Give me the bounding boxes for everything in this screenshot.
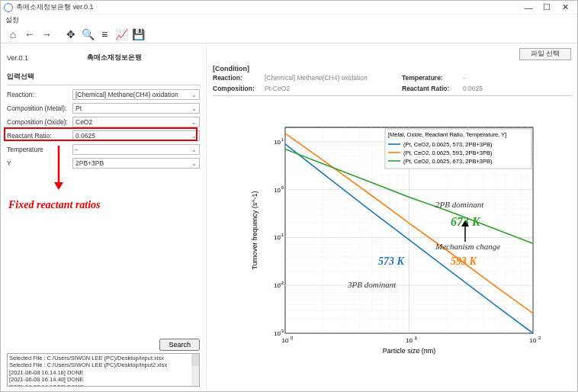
cond-reaction-key: Reaction: bbox=[213, 74, 265, 82]
log-output: Selected File : C:/Users/SIWON LEE (PC)/… bbox=[7, 353, 200, 387]
svg-text:(Pt, CeO2, 0.0625, 673, 2PB+3P: (Pt, CeO2, 0.0625, 673, 2PB+3PB) bbox=[403, 158, 493, 165]
chevron-down-icon: ⌄ bbox=[191, 119, 197, 126]
svg-text:1: 1 bbox=[281, 137, 284, 141]
cond-ratio-key: Reactant Ratio: bbox=[402, 85, 463, 92]
left-panel: Ver.0.1 촉매소재정보은행 입력선택 Reaction: [Chemica… bbox=[1, 43, 207, 391]
comp-oxide-label: Composition (Oxide): bbox=[7, 118, 72, 126]
reaction-select[interactable]: [Chemical] Methane(CH4) oxidation⌄ bbox=[72, 89, 200, 100]
svg-text:[Metal, Oxide, Reactant Ratio,: [Metal, Oxide, Reactant Ratio, Temperatu… bbox=[388, 131, 506, 138]
svg-text:Turnover frequency (s^-1): Turnover frequency (s^-1) bbox=[251, 191, 258, 269]
back-icon[interactable]: ← bbox=[24, 28, 36, 40]
chevron-down-icon: ⌄ bbox=[191, 160, 197, 167]
chart-icon[interactable]: 📈 bbox=[115, 28, 127, 40]
svg-text:-3: -3 bbox=[280, 329, 284, 333]
forward-icon[interactable]: → bbox=[40, 28, 53, 40]
right-panel: 파일 선택 [Condition] Reaction: [Chemical] M… bbox=[207, 43, 577, 391]
svg-text:10: 10 bbox=[406, 337, 413, 344]
version-label: Ver.0.1 bbox=[7, 54, 28, 62]
adjust-icon[interactable]: ≡ bbox=[98, 28, 111, 40]
condition-title: [Condition] bbox=[213, 65, 571, 72]
svg-marker-1 bbox=[54, 182, 63, 190]
cond-comp-key: Composition: bbox=[213, 85, 265, 92]
svg-text:Particle size (nm): Particle size (nm) bbox=[383, 347, 436, 355]
annot-3pb: 3PB dominant bbox=[348, 280, 396, 289]
file-select-button[interactable]: 파일 선택 bbox=[519, 48, 571, 60]
svg-text:0: 0 bbox=[291, 336, 294, 340]
svg-text:1: 1 bbox=[415, 336, 418, 340]
annot-573k: 573 K bbox=[378, 255, 404, 268]
reactant-ratio-select[interactable]: 0.0625⌄ bbox=[72, 130, 200, 141]
comp-oxide-select[interactable]: CeO2⌄ bbox=[72, 117, 200, 127]
svg-text:(Pt, CeO2, 0.0625, 593, 2PB+3P: (Pt, CeO2, 0.0625, 593, 2PB+3PB) bbox=[403, 149, 493, 156]
maximize-button[interactable]: ☐ bbox=[538, 2, 556, 12]
scrollbar[interactable] bbox=[191, 354, 199, 386]
app-icon bbox=[4, 3, 13, 12]
save-icon[interactable]: 💾 bbox=[132, 28, 144, 40]
log-line: [2021-06-08 16.17.58] DONE bbox=[9, 384, 197, 387]
svg-text:10: 10 bbox=[274, 138, 281, 145]
svg-text:10: 10 bbox=[274, 186, 281, 193]
reactant-ratio-label: Reactant Ratio: bbox=[7, 132, 72, 140]
chevron-down-icon: ⌄ bbox=[191, 105, 197, 112]
log-line: Selected File : C:/Users/SIWON LEE (PC)/… bbox=[9, 355, 197, 361]
svg-text:-1: -1 bbox=[280, 233, 284, 237]
chevron-down-icon: ⌄ bbox=[191, 133, 197, 140]
svg-text:10: 10 bbox=[282, 337, 289, 344]
log-line: Selected File : C:/Users/SIWON LEE (PC)/… bbox=[9, 361, 197, 368]
arrow-down-icon bbox=[51, 146, 66, 191]
annot-593k: 593 K bbox=[451, 255, 477, 268]
search-button[interactable]: Search bbox=[159, 339, 200, 351]
input-section-label: 입력선택 bbox=[7, 70, 200, 85]
svg-text:0: 0 bbox=[281, 185, 284, 189]
cond-temp-val: - bbox=[463, 74, 465, 82]
comp-metal-label: Composition (Metal): bbox=[7, 104, 72, 112]
svg-marker-86 bbox=[461, 220, 469, 227]
menu-settings[interactable]: 설정 bbox=[1, 14, 577, 26]
chevron-down-icon: ⌄ bbox=[191, 92, 197, 98]
annotation-fixed-ratio: Fixed reactant ratios bbox=[8, 199, 101, 211]
svg-text:-2: -2 bbox=[280, 281, 284, 285]
y-select[interactable]: 2PB+3PB⌄ bbox=[72, 158, 200, 169]
cond-ratio-val: 0.0625 bbox=[463, 85, 483, 92]
home-icon[interactable]: ⌂ bbox=[7, 28, 19, 40]
svg-text:(Pt, CeO2, 0.0625, 573, 2PB+3P: (Pt, CeO2, 0.0625, 573, 2PB+3PB) bbox=[403, 141, 493, 148]
log-line: [2021-06-08 16.14.16] DONE bbox=[9, 369, 197, 376]
chevron-down-icon: ⌄ bbox=[191, 146, 197, 153]
reaction-label: Reaction: bbox=[7, 91, 72, 98]
annot-2pb: 2PB dominant bbox=[435, 200, 483, 209]
cond-comp-val: Pt-CeO2 bbox=[265, 85, 402, 92]
cond-temp-key: Temperature: bbox=[402, 74, 463, 82]
close-button[interactable]: ✕ bbox=[556, 2, 574, 12]
svg-text:2: 2 bbox=[538, 336, 541, 340]
titlebar: 촉매소재정보은행 ver.0.1 — ☐ ✕ bbox=[1, 1, 577, 14]
window-title: 촉매소재정보은행 ver.0.1 bbox=[16, 2, 94, 12]
log-line: [2021-06-08 16.14.40] DONE bbox=[9, 376, 197, 383]
zoom-icon[interactable]: 🔍 bbox=[82, 28, 94, 40]
svg-text:10: 10 bbox=[530, 337, 537, 344]
cond-reaction-val: [Chemical] Methane(CH4) oxidation bbox=[265, 74, 402, 82]
comp-metal-select[interactable]: Pt⌄ bbox=[72, 103, 200, 114]
toolbar: ⌂ ← → ✥ 🔍 ≡ 📈 💾 bbox=[1, 26, 577, 43]
minimize-button[interactable]: — bbox=[519, 3, 538, 12]
move-icon[interactable]: ✥ bbox=[65, 28, 77, 40]
panel-title: 촉매소재정보은행 bbox=[28, 53, 200, 63]
temperature-select[interactable]: -⌄ bbox=[72, 144, 200, 155]
arrow-up-icon bbox=[460, 220, 470, 243]
